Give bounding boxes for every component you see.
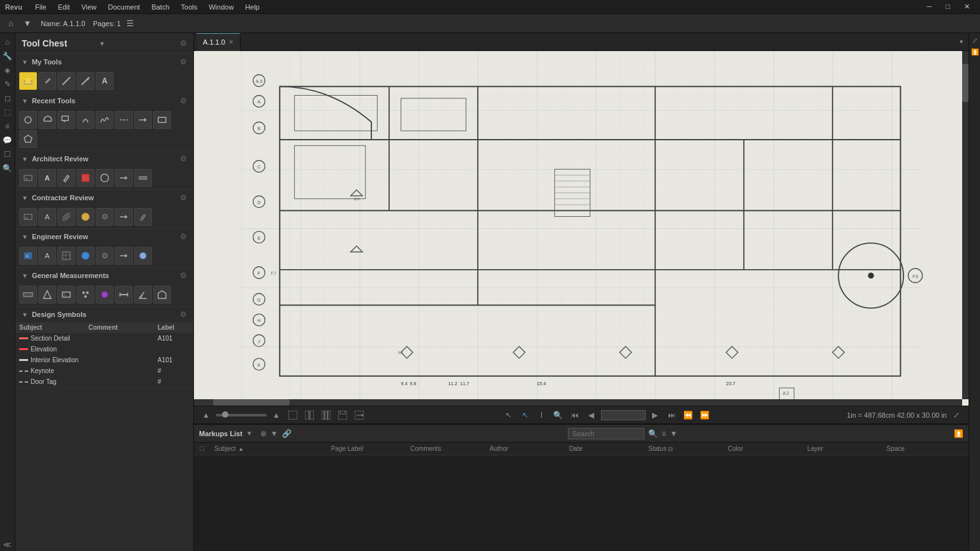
list-item[interactable]: Section Detail A101 xyxy=(15,333,193,344)
col-color-header[interactable]: Color xyxy=(725,445,805,452)
tool-cont-stamp[interactable]: a xyxy=(19,208,37,226)
col-pagelabel-header[interactable]: Page Label xyxy=(329,445,408,452)
right-icon-2[interactable]: ⏫ xyxy=(970,47,980,57)
settings-icon[interactable]: ☰ xyxy=(123,17,137,31)
forms-rail-icon[interactable]: ☐ xyxy=(1,148,14,161)
tool-meas-angle[interactable] xyxy=(134,286,152,304)
list-item[interactable]: Door Tag # xyxy=(15,376,193,387)
tab-a110[interactable]: A.1.1.0 × xyxy=(197,33,241,51)
dropdown-icon[interactable]: ▼ xyxy=(20,17,34,31)
section-header-engineer[interactable]: ▼ Engineer Review ⚙ xyxy=(15,229,193,244)
export-icon[interactable] xyxy=(352,408,366,422)
horizontal-scrollbar[interactable] xyxy=(194,399,962,406)
col-comments-header[interactable]: Comments xyxy=(408,445,487,452)
pencil-rail-icon[interactable]: ✎ xyxy=(1,78,14,91)
tool-recent-dash[interactable] xyxy=(115,111,133,129)
gear-architect[interactable]: ⚙ xyxy=(180,154,187,163)
layout3-icon[interactable] xyxy=(319,408,333,422)
gear-recent-tools[interactable]: ⚙ xyxy=(180,96,187,105)
status-filter-icon[interactable]: ⊟ xyxy=(668,446,673,452)
menu-document[interactable]: Document xyxy=(103,2,145,12)
tab-more-button[interactable]: ▾ xyxy=(954,38,969,46)
section-header-measurements[interactable]: ▼ General Measurements ⚙ xyxy=(15,268,193,283)
tool-meas-length[interactable] xyxy=(115,286,133,304)
tool-meas-circle[interactable] xyxy=(96,286,114,304)
tool-eng-stamp[interactable]: a xyxy=(19,247,37,265)
markups-list2-icon[interactable]: ▼ xyxy=(670,429,678,438)
close-button[interactable]: ✕ xyxy=(959,1,975,12)
tool-eng-gear[interactable]: ⚙ xyxy=(96,247,114,265)
tool-cont-circle[interactable] xyxy=(77,208,94,226)
tool-text[interactable]: A xyxy=(96,72,114,90)
tool-recent-arrow2[interactable] xyxy=(134,111,152,129)
tool-recent-callout[interactable] xyxy=(57,111,75,129)
markups-list-icon[interactable]: ≡ xyxy=(662,429,666,438)
right-icon-1[interactable]: ⤢ xyxy=(971,36,979,45)
menu-file[interactable]: File xyxy=(30,2,52,12)
tool-cont-hatch[interactable] xyxy=(57,208,75,226)
markups-search-icon[interactable]: 🔍 xyxy=(648,429,658,438)
col-date-header[interactable]: Date xyxy=(567,445,646,452)
tool-recent-cloud[interactable] xyxy=(38,111,56,129)
tool-eng-pen[interactable] xyxy=(134,247,152,265)
tool-eng-arrow[interactable] xyxy=(115,247,133,265)
tool-meas-perim[interactable]: L xyxy=(57,286,75,304)
select-icon[interactable]: ↖ xyxy=(518,408,532,422)
gear-design-symbols[interactable]: ⚙ xyxy=(180,310,187,319)
tool-recent-poly[interactable] xyxy=(19,130,37,148)
nav-first-icon[interactable]: ⏮ xyxy=(568,408,582,422)
triangle-down-icon[interactable]: ▲ xyxy=(269,408,283,422)
tool-chest-gear[interactable]: ⚙ xyxy=(180,39,187,48)
nav-next-icon[interactable]: ▶ xyxy=(648,408,662,422)
tool-arch-circle[interactable] xyxy=(96,169,114,187)
menu-view[interactable]: View xyxy=(77,2,102,12)
gear-engineer[interactable]: ⚙ xyxy=(180,232,187,241)
markups-filter-icon[interactable]: ⊕ xyxy=(260,429,267,438)
tool-meas-count[interactable] xyxy=(77,286,94,304)
list-item[interactable]: Keynote # xyxy=(15,365,193,376)
list-item[interactable]: Elevation xyxy=(15,344,193,355)
section-header-design-symbols[interactable]: ▼ Design Symbols ⚙ xyxy=(15,307,193,322)
home-icon[interactable]: ⌂ xyxy=(4,17,18,31)
nav-prev-icon[interactable]: ◀ xyxy=(584,408,598,422)
triangle-up-icon[interactable]: ▲ xyxy=(199,408,213,422)
section-header-recent-tools[interactable]: ▼ Recent Tools ⚙ xyxy=(15,93,193,108)
section-header-my-tools[interactable]: ▼ My Tools ⚙ xyxy=(15,54,193,70)
tool-eng-text[interactable]: A xyxy=(38,247,56,265)
markups-search-input[interactable] xyxy=(568,428,644,439)
tool-recent-circle[interactable] xyxy=(19,111,37,129)
col-author-header[interactable]: Author xyxy=(487,445,566,452)
tool-cont-text[interactable]: A xyxy=(38,208,56,226)
home-rail-icon[interactable]: ⌂ xyxy=(1,36,14,48)
cursor-icon[interactable]: ↖ xyxy=(501,408,516,422)
col-layer-header[interactable]: Layer xyxy=(805,445,884,452)
menu-batch[interactable]: Batch xyxy=(146,2,174,12)
tool-meas-area[interactable] xyxy=(38,286,56,304)
maximize-button[interactable]: □ xyxy=(940,1,955,12)
tool-arch-text[interactable]: A xyxy=(38,169,56,187)
tool-eng-circle[interactable] xyxy=(77,247,94,265)
tool-cont-arrow[interactable] xyxy=(115,208,133,226)
stamp-rail-icon[interactable]: ◈ xyxy=(1,64,14,77)
minimize-button[interactable]: ─ xyxy=(922,1,937,12)
blueprint-canvas[interactable]: A.0 A B C D E F F.7 G H J xyxy=(194,51,969,406)
tool-meas-poly[interactable] xyxy=(153,286,171,304)
markups-filter2-icon[interactable]: ▼ xyxy=(271,429,278,438)
bottom-rail-icon[interactable]: ≪ xyxy=(1,538,14,551)
tool-arch-cloud[interactable] xyxy=(77,169,94,187)
col-subject-header[interactable]: Subject ▲ xyxy=(212,445,329,452)
resize-icon[interactable]: ⤢ xyxy=(949,408,963,422)
menu-tools[interactable]: Tools xyxy=(176,2,203,12)
gear-my-tools[interactable]: ⚙ xyxy=(180,57,187,66)
markups-dropdown-icon[interactable]: ▼ xyxy=(246,430,253,437)
comments-rail-icon[interactable]: 💬 xyxy=(1,134,14,147)
list-item[interactable]: Interior Elevation A101 xyxy=(15,355,193,365)
scroll-thumb-v[interactable] xyxy=(962,64,969,102)
scroll-thumb-h[interactable] xyxy=(213,399,290,406)
nav-last-icon[interactable]: ⏭ xyxy=(665,408,679,422)
layout2-icon[interactable] xyxy=(302,408,316,422)
markups-link-icon[interactable]: 🔗 xyxy=(282,429,292,438)
tool-arch-arrow[interactable] xyxy=(115,169,133,187)
tool-arch-pen[interactable] xyxy=(57,169,75,187)
tool-highlight[interactable] xyxy=(19,72,37,90)
